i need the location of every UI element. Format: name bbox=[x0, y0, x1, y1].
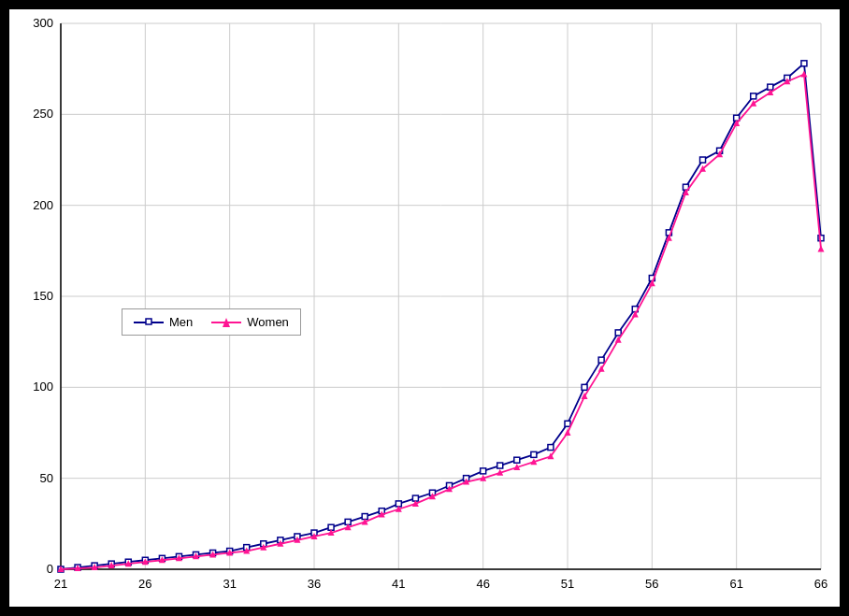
women-line-icon bbox=[211, 316, 241, 329]
women-label: Women bbox=[247, 315, 289, 329]
men-line-icon bbox=[134, 316, 164, 329]
chart-container: Men Women bbox=[9, 9, 840, 607]
svg-rect-1 bbox=[146, 319, 151, 324]
chart-legend: Men Women bbox=[122, 308, 301, 336]
men-label: Men bbox=[169, 315, 193, 329]
legend-item-women: Women bbox=[211, 315, 289, 329]
legend-item-men: Men bbox=[134, 315, 193, 329]
